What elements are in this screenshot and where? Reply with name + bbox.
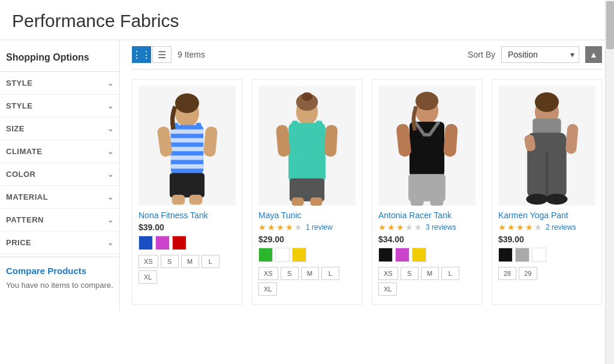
svg-rect-19 (276, 125, 291, 157)
product-price-maya: $29.00 (258, 234, 356, 244)
size-s[interactable]: S (161, 255, 179, 268)
size-m[interactable]: M (421, 267, 439, 280)
svg-point-39 (546, 194, 567, 204)
sort-by-label: Sort By (468, 50, 495, 59)
color-swatch-grey[interactable] (515, 248, 529, 262)
product-name-karmen[interactable]: Karmen Yoga Pant (498, 210, 595, 220)
list-view-button[interactable]: ☰ (152, 46, 171, 63)
product-image-antonia (378, 86, 475, 206)
filter-color[interactable]: COLOR ⌄ (0, 163, 119, 186)
star-5: ★ (414, 222, 422, 232)
size-m[interactable]: M (301, 267, 319, 280)
size-xs[interactable]: XS (378, 267, 398, 280)
svg-rect-6 (171, 164, 204, 169)
review-count-karmen[interactable]: 2 reviews (546, 223, 576, 231)
product-svg-karmen (498, 86, 595, 206)
size-m[interactable]: M (181, 255, 199, 268)
svg-rect-5 (171, 155, 204, 160)
filter-climate[interactable]: CLIMATE ⌄ (0, 140, 119, 163)
chevron-down-icon: ⌄ (107, 148, 114, 156)
review-count-antonia[interactable]: 3 reviews (426, 223, 456, 231)
shopping-options-title: Shopping Options (0, 46, 119, 72)
star-1: ★ (378, 222, 386, 232)
svg-rect-13 (189, 195, 203, 204)
size-l[interactable]: L (321, 267, 339, 280)
filter-size[interactable]: SIZE ⌄ (0, 118, 119, 140)
size-s[interactable]: S (401, 267, 419, 280)
sort-ascending-button[interactable]: ▲ (585, 46, 602, 63)
compare-products-title[interactable]: Compare Products (6, 266, 113, 276)
size-28[interactable]: 28 (498, 267, 516, 280)
product-grid: Nona Fitness Tank $39.00 XS S M L XL (132, 79, 602, 305)
filter-price[interactable]: PRICE ⌄ (0, 231, 119, 254)
product-image-nona (139, 86, 236, 206)
star-4: ★ (405, 222, 413, 232)
color-swatches-nona (139, 236, 236, 250)
color-swatch-blue[interactable] (139, 236, 153, 250)
size-xl[interactable]: XL (139, 270, 157, 284)
filter-material[interactable]: MATERIAL ⌄ (0, 186, 119, 209)
scrollbar[interactable] (605, 0, 614, 311)
product-name-antonia[interactable]: Antonia Racer Tank (378, 210, 475, 220)
size-xs[interactable]: XS (258, 267, 278, 280)
color-swatch-green[interactable] (258, 248, 273, 262)
svg-point-42 (535, 92, 559, 112)
star-3: ★ (276, 222, 284, 232)
color-swatch-white[interactable] (275, 248, 290, 262)
color-swatch-black[interactable] (378, 248, 393, 262)
svg-rect-8 (196, 123, 201, 128)
grid-view-button[interactable]: ⋮⋮ (132, 46, 151, 63)
filter-color-label: COLOR (6, 170, 35, 179)
color-swatch-white[interactable] (532, 248, 546, 262)
size-l[interactable]: L (201, 255, 219, 268)
filter-style-1[interactable]: STYLE ⌄ (0, 72, 119, 95)
color-swatch-magenta[interactable] (155, 236, 170, 250)
color-swatch-yellow[interactable] (412, 248, 426, 262)
svg-rect-35 (532, 119, 561, 134)
filter-material-label: MATERIAL (6, 192, 48, 201)
color-swatches-maya (258, 248, 356, 262)
review-count-maya[interactable]: 1 review (306, 223, 333, 231)
page-title: Performance Fabrics (0, 0, 614, 40)
scrollbar-thumb[interactable] (606, 1, 614, 49)
product-name-nona[interactable]: Nona Fitness Tank (139, 210, 236, 220)
svg-rect-12 (172, 195, 185, 204)
chevron-down-icon: ⌄ (107, 216, 114, 224)
product-svg-antonia (378, 86, 475, 206)
size-buttons-maya: XS S M L (258, 267, 356, 280)
stars-karmen: ★ ★ ★ ★ ★ 2 reviews (498, 222, 595, 232)
product-card-karmen: Karmen Yoga Pant ★ ★ ★ ★ ★ 2 reviews $39… (492, 79, 602, 305)
main-content: ⋮⋮ ☰ 9 Items Sort By Position Name Price… (120, 40, 614, 311)
filter-style-2-label: STYLE (6, 101, 32, 110)
color-swatch-black[interactable] (498, 248, 513, 262)
star-4: ★ (525, 222, 533, 232)
color-swatch-red[interactable] (172, 236, 186, 250)
filter-style-2[interactable]: STYLE ⌄ (0, 95, 119, 118)
filter-pattern[interactable]: PATTERN ⌄ (0, 209, 119, 231)
chevron-down-icon: ⌄ (107, 193, 114, 201)
product-card-maya: Maya Tunic ★ ★ ★ ★ ★ 1 review $29.00 XS (252, 79, 362, 305)
svg-rect-22 (292, 197, 304, 206)
color-swatch-magenta[interactable] (395, 248, 410, 262)
size-l[interactable]: L (441, 267, 459, 280)
product-card-nona: Nona Fitness Tank $39.00 XS S M L XL (132, 79, 242, 305)
product-price-antonia: $34.00 (378, 234, 475, 244)
items-count: 9 Items (177, 50, 462, 59)
star-5: ★ (534, 222, 542, 232)
svg-rect-31 (411, 197, 424, 206)
color-swatch-yellow[interactable] (292, 248, 306, 262)
filter-pattern-label: PATTERN (6, 215, 44, 224)
size-xl[interactable]: XL (378, 282, 397, 296)
svg-rect-18 (316, 121, 323, 127)
size-xl[interactable]: XL (258, 282, 277, 296)
star-3: ★ (516, 222, 524, 232)
size-29[interactable]: 29 (519, 267, 537, 280)
svg-rect-40 (565, 124, 579, 154)
size-xs[interactable]: XS (139, 255, 158, 268)
star-1: ★ (498, 222, 506, 232)
filter-style-1-label: STYLE (6, 79, 32, 88)
sort-select[interactable]: Position Name Price (501, 46, 579, 63)
svg-point-33 (416, 92, 438, 110)
product-name-maya[interactable]: Maya Tunic (258, 210, 356, 220)
size-s[interactable]: S (281, 267, 299, 280)
